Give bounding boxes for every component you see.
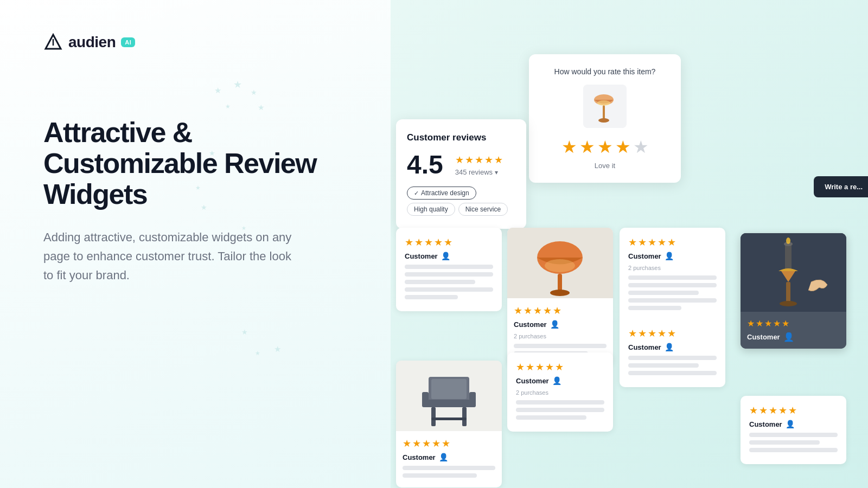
deco-star: ★ [209, 149, 215, 157]
tag-attractive[interactable]: ✓Attractive design [407, 187, 476, 200]
card2-customer: Customer [514, 320, 547, 329]
dark-card-user-icon: 👤 [783, 332, 794, 342]
card3-line4 [628, 298, 717, 303]
bottom-card-purchases: 2 purchases [516, 389, 604, 396]
deco-star: ★ [251, 88, 257, 97]
svg-rect-25 [469, 392, 476, 407]
svg-rect-23 [462, 407, 467, 426]
card3-stars2: ★★★★★ [628, 328, 717, 339]
star-f2: ★ [465, 154, 474, 166]
widget-title: Customer reviews [407, 132, 515, 143]
star-4[interactable]: ★ [615, 137, 631, 157]
customer-reviews-widget: Customer reviews 4.5 ★ ★ ★ ★ ★ 345 revie… [396, 119, 526, 229]
logo: audien AI [43, 33, 347, 52]
svg-rect-4 [603, 105, 605, 120]
card1-line4 [405, 287, 493, 292]
deco-star: ★ [225, 103, 231, 110]
star-5[interactable]: ★ [633, 137, 649, 157]
card1-user-icon: 👤 [441, 252, 450, 260]
star-2[interactable]: ★ [579, 137, 595, 157]
cp-line2 [749, 440, 820, 445]
rating-stars[interactable]: ★ ★ ★ ★ ★ [540, 137, 670, 157]
right-section: How would you rate this item? ★ ★ ★ ★ ★ [391, 0, 868, 488]
card3-stars: ★★★★★ [628, 236, 717, 248]
write-review-button[interactable]: Write a re... [814, 176, 868, 197]
rating-question: How would you rate this item? [540, 67, 670, 76]
dark-card-customer: Customer [747, 333, 780, 341]
svg-rect-24 [422, 392, 429, 407]
star-3[interactable]: ★ [597, 137, 613, 157]
tag-quality[interactable]: High quality [407, 203, 455, 216]
average-stars: ★ ★ ★ ★ ★ [455, 154, 503, 166]
svg-rect-20 [431, 379, 467, 399]
review-card-1: ★★★★★ Customer 👤 [396, 228, 502, 311]
svg-point-16 [780, 301, 797, 306]
filter-tags: ✓Attractive design High quality Nice ser… [407, 187, 515, 216]
svg-rect-22 [431, 407, 436, 426]
bottom-line2 [516, 408, 604, 412]
dark-card-image [741, 233, 846, 312]
svg-point-17 [786, 237, 790, 244]
customer-purchases-card: ★★★★★ Customer 👤 [741, 396, 846, 464]
card1-customer: Customer [405, 252, 438, 260]
card3-line5 [628, 306, 681, 310]
card3-purchases: 2 purchases [628, 265, 717, 271]
star-f3: ★ [475, 154, 483, 166]
deco-star: ★ [195, 184, 201, 191]
card3-customer2: Customer [628, 343, 661, 351]
bottom-line3 [516, 415, 586, 420]
card3-line6 [628, 356, 717, 360]
deco-star: ★ [201, 203, 207, 211]
svg-rect-26 [431, 418, 467, 420]
cp-stars: ★★★★★ [749, 404, 838, 416]
star-h1: ★ [494, 154, 503, 166]
card3-line3 [628, 291, 699, 295]
deco-star: ★ [233, 79, 242, 91]
svg-rect-21 [426, 400, 472, 407]
cp-line3 [749, 448, 838, 452]
chair-card-stars: ★★★★★ [403, 438, 495, 450]
card3-user-icon: 👤 [665, 252, 674, 260]
bottom-card-stars: ★★★★★ [516, 361, 604, 373]
card3-line1 [628, 275, 717, 280]
tag-service[interactable]: Nice service [458, 203, 508, 216]
card1-line3 [405, 280, 475, 284]
card3-line7 [628, 363, 699, 368]
cp-customer: Customer [749, 420, 782, 428]
rating-widget-card: How would you rate this item? ★ ★ ★ ★ ★ [529, 54, 681, 183]
star-1[interactable]: ★ [561, 137, 577, 157]
chair-line1 [403, 466, 495, 470]
deco-star: ★ [258, 103, 265, 112]
reviews-count: 345 reviews ▾ [455, 168, 503, 176]
svg-point-6 [597, 100, 610, 106]
cp-user-icon: 👤 [786, 420, 795, 428]
product-thumbnail [583, 85, 627, 128]
svg-point-5 [598, 118, 609, 123]
card3-line8 [628, 371, 717, 375]
card1-line2 [405, 272, 493, 277]
chair-card-user-icon: 👤 [439, 453, 448, 461]
card2-stars: ★★★★★ [514, 305, 607, 317]
dark-card-stars: ★★★★★ [747, 318, 840, 329]
bottom-card-user-icon: 👤 [552, 376, 561, 385]
logo-badge: AI [121, 37, 135, 47]
chair-card-customer: Customer [403, 453, 436, 461]
deco-star: ★ [274, 344, 281, 354]
star-f4: ★ [484, 154, 493, 166]
bottom-card-customer: Customer [516, 377, 549, 385]
card3-line2 [628, 283, 717, 287]
cp-line1 [749, 433, 838, 437]
card2-user-icon: 👤 [550, 320, 559, 329]
deco-star: ★ [241, 225, 246, 231]
bottom-line1 [516, 400, 604, 404]
average-rating: 4.5 [407, 152, 443, 178]
deco-star: ★ [241, 328, 248, 336]
card1-line5 [405, 295, 458, 299]
card1-stars: ★★★★★ [405, 236, 493, 248]
hero-subtitle: Adding attractive, customizable widgets … [43, 228, 304, 285]
chair-card: ★★★★★ Customer 👤 [396, 361, 502, 487]
card2-image [507, 228, 613, 298]
svg-rect-13 [785, 244, 792, 271]
star-f1: ★ [455, 154, 464, 166]
bottom-text-card: ★★★★★ Customer 👤 2 purchases [507, 352, 613, 432]
